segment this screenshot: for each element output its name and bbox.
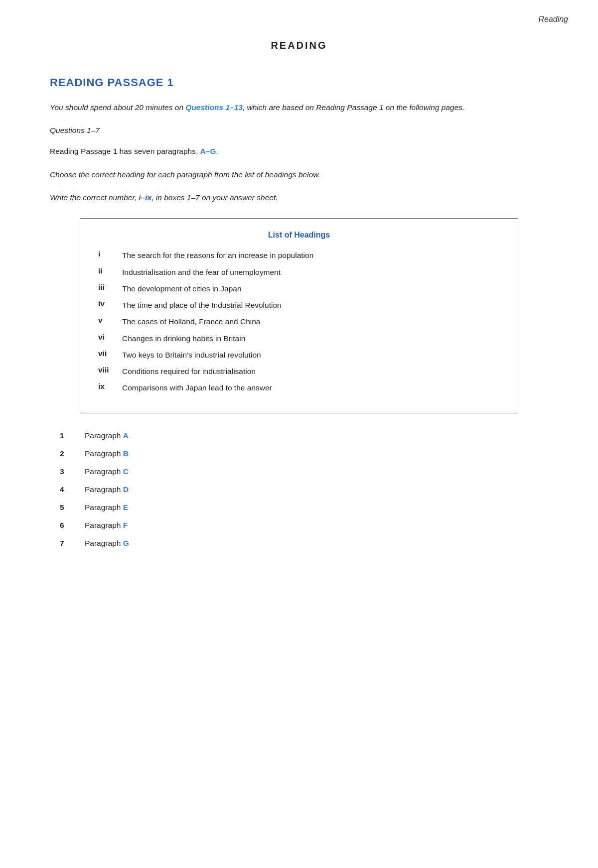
paragraph-letter: E	[123, 503, 128, 511]
instruction1: Choose the correct heading for each para…	[50, 168, 548, 181]
heading-numeral: ix	[98, 382, 122, 391]
question-number: 7	[60, 539, 85, 548]
heading-text: The cases of Holland, France and China	[122, 316, 500, 327]
question-label: Paragraph D	[85, 485, 129, 494]
heading-numeral: v	[98, 316, 122, 325]
heading-text: The time and place of the Industrial Rev…	[122, 299, 500, 311]
instruction2-highlight: i–ix	[139, 193, 151, 202]
intro-highlight: Questions 1–13	[185, 103, 243, 112]
paragraph-letter: D	[123, 485, 129, 494]
paragraph-letter: F	[123, 521, 128, 529]
paragraph-letter: G	[123, 539, 129, 547]
heading-text: The search for the reasons for an increa…	[122, 249, 500, 261]
headings-box: List of Headings iThe search for the rea…	[80, 218, 518, 413]
heading-numeral: ii	[98, 266, 122, 275]
intro-text: You should spend about 20 minutes on Que…	[50, 101, 548, 114]
instruction2: Write the correct number, i–ix, in boxes…	[50, 191, 548, 204]
heading-item: viChanges in drinking habits in Britain	[98, 333, 500, 344]
heading-numeral: vi	[98, 333, 122, 342]
paragraph-question-item: 1Paragraph A	[60, 431, 548, 440]
paragraph-question-item: 7Paragraph G	[60, 539, 548, 548]
heading-item: iThe search for the reasons for an incre…	[98, 249, 500, 261]
heading-text: Two keys to Britain's industrial revolut…	[122, 349, 500, 361]
intro-text-after: , which are based on Reading Passage 1 o…	[243, 103, 465, 112]
question-number: 1	[60, 431, 85, 440]
heading-numeral: vii	[98, 349, 122, 358]
paragraph-letter: A	[123, 431, 129, 440]
heading-item: vThe cases of Holland, France and China	[98, 316, 500, 327]
heading-item: iiIndustrialisation and the fear of unem…	[98, 266, 500, 278]
intro-text-before: You should spend about 20 minutes on	[50, 103, 185, 112]
paragraph-letter: B	[123, 449, 129, 458]
question-label: Paragraph E	[85, 503, 128, 512]
paragraph-question-item: 4Paragraph D	[60, 485, 548, 494]
paragraph-description: Reading Passage 1 has seven paragraphs, …	[50, 145, 548, 158]
heading-item: iiiThe development of cities in Japan	[98, 283, 500, 294]
heading-item: viiiConditions required for industrialis…	[98, 366, 500, 377]
paragraph-question-item: 3Paragraph C	[60, 467, 548, 476]
heading-item: viiTwo keys to Britain's industrial revo…	[98, 349, 500, 361]
question-label: Paragraph B	[85, 449, 129, 458]
question-number: 4	[60, 485, 85, 494]
heading-numeral: i	[98, 249, 122, 258]
paragraph-question-item: 2Paragraph B	[60, 449, 548, 458]
heading-text: Comparisons with Japan lead to the answe…	[122, 382, 500, 393]
heading-item: ixComparisons with Japan lead to the ans…	[98, 382, 500, 393]
heading-numeral: iii	[98, 283, 122, 292]
question-label: Paragraph C	[85, 467, 129, 476]
question-label: Paragraph F	[85, 521, 128, 530]
paragraph-question-item: 6Paragraph F	[60, 521, 548, 530]
heading-numeral: viii	[98, 366, 122, 374]
paragraph-highlight: A–G	[200, 147, 216, 155]
question-label: Paragraph A	[85, 431, 129, 440]
heading-text: The development of cities in Japan	[122, 283, 500, 294]
heading-text: Changes in drinking habits in Britain	[122, 333, 500, 344]
instruction2-after: , in boxes 1–7 on your answer sheet.	[151, 193, 278, 202]
headings-list: iThe search for the reasons for an incre…	[98, 249, 500, 393]
paragraph-text-after: .	[216, 147, 218, 155]
page-label: Reading	[538, 15, 568, 24]
heading-item: ivThe time and place of the Industrial R…	[98, 299, 500, 311]
question-number: 3	[60, 467, 85, 476]
paragraph-text-before: Reading Passage 1 has seven paragraphs,	[50, 147, 200, 155]
question-number: 6	[60, 521, 85, 530]
heading-numeral: iv	[98, 299, 122, 308]
instruction2-before: Write the correct number,	[50, 193, 139, 202]
paragraph-questions-list: 1Paragraph A2Paragraph B3Paragraph C4Par…	[50, 431, 548, 548]
heading-text: Industrialisation and the fear of unempl…	[122, 266, 500, 278]
question-number: 2	[60, 449, 85, 458]
paragraph-letter: C	[123, 467, 129, 476]
main-title: READING	[50, 40, 548, 51]
heading-text: Conditions required for industrialisatio…	[122, 366, 500, 377]
question-label: Paragraph G	[85, 539, 129, 548]
passage-title: READING PASSAGE 1	[50, 76, 548, 89]
paragraph-question-item: 5Paragraph E	[60, 503, 548, 512]
question-number: 5	[60, 503, 85, 512]
questions-label: Questions 1–7	[50, 126, 548, 135]
headings-box-title: List of Headings	[98, 231, 500, 240]
